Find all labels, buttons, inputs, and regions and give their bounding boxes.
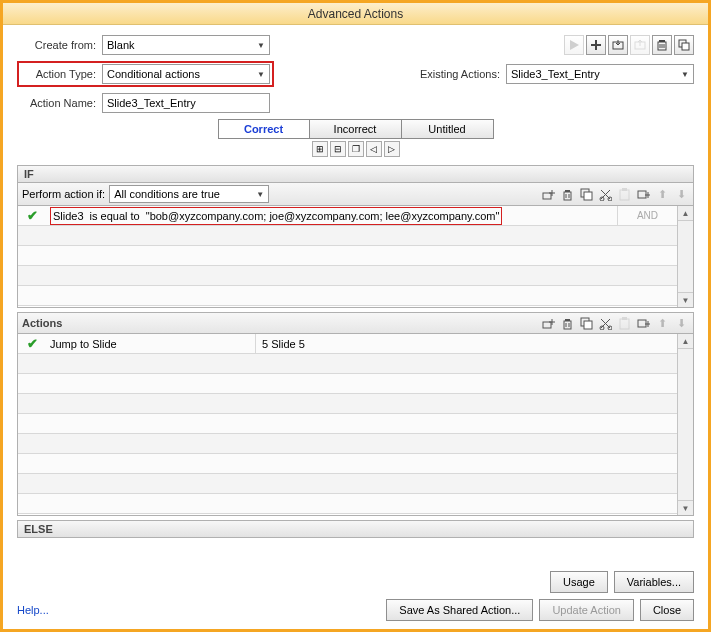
- perform-action-if-label: Perform action if:: [22, 188, 105, 200]
- window-title: Advanced Actions: [3, 3, 708, 25]
- variables-button[interactable]: Variables...: [614, 571, 694, 593]
- tab-correct[interactable]: Correct: [218, 119, 310, 139]
- next-tab-icon[interactable]: ▷: [384, 141, 400, 157]
- action-name-label: Action Name:: [17, 97, 102, 109]
- action-target-cell: 5 Slide 5: [256, 334, 677, 354]
- condition-row[interactable]: ✔ Slide3 is equal to "bob@xyzcompany.com…: [18, 206, 677, 226]
- usage-button[interactable]: Usage: [550, 571, 608, 593]
- condition-variable: Slide3: [53, 210, 84, 222]
- duplicate-tab-icon[interactable]: ❐: [348, 141, 364, 157]
- check-icon: ✔: [27, 336, 38, 351]
- perform-action-if-dropdown[interactable]: All conditions are true ▼: [109, 185, 269, 203]
- prev-tab-icon[interactable]: ◁: [366, 141, 382, 157]
- chevron-down-icon: ▼: [252, 190, 264, 199]
- create-from-dropdown[interactable]: Blank ▼: [102, 35, 270, 55]
- create-from-label: Create from:: [17, 39, 102, 51]
- svg-rect-45: [638, 320, 646, 327]
- export-icon: [630, 35, 650, 55]
- cut-row-icon[interactable]: [597, 186, 613, 202]
- import-icon[interactable]: [608, 35, 628, 55]
- check-icon: ✔: [27, 208, 38, 223]
- scroll-down-icon[interactable]: ▼: [678, 500, 693, 515]
- update-action-button: Update Action: [539, 599, 634, 621]
- table-row[interactable]: [18, 266, 677, 286]
- svg-rect-27: [638, 191, 646, 198]
- action-type-cell: Jump to Slide: [46, 334, 256, 353]
- svg-rect-15: [564, 192, 571, 200]
- delete-row-icon[interactable]: [559, 186, 575, 202]
- copy-row-icon[interactable]: [578, 315, 594, 331]
- insert-row-icon[interactable]: [635, 315, 651, 331]
- cut-row-icon[interactable]: [597, 315, 613, 331]
- existing-actions-label: Existing Actions:: [420, 68, 506, 80]
- table-row[interactable]: [18, 394, 677, 414]
- delete-row-icon[interactable]: [559, 315, 575, 331]
- svg-rect-20: [584, 192, 592, 200]
- table-row[interactable]: [18, 454, 677, 474]
- chevron-down-icon: ▼: [253, 41, 265, 50]
- insert-row-icon[interactable]: [635, 186, 651, 202]
- svg-rect-38: [584, 321, 592, 329]
- condition-value: "bob@xyzcompany.com; joe@xyzcompany.com;…: [146, 210, 500, 222]
- condition-join: AND: [617, 206, 677, 225]
- else-header: ELSE: [17, 520, 694, 538]
- action-type-dropdown[interactable]: Conditional actions ▼: [102, 64, 270, 84]
- table-row[interactable]: [18, 226, 677, 246]
- condition-operator: is equal to: [90, 210, 140, 222]
- action-type-label: Action Type:: [21, 68, 102, 80]
- svg-marker-0: [570, 40, 579, 50]
- help-link[interactable]: Help...: [17, 604, 49, 616]
- svg-rect-36: [565, 319, 570, 321]
- move-down-icon: ⬇: [673, 315, 689, 331]
- play-icon: [564, 35, 584, 55]
- svg-rect-30: [543, 322, 551, 328]
- add-tab-icon[interactable]: ⊞: [312, 141, 328, 157]
- action-row[interactable]: ✔ Jump to Slide 5 Slide 5: [18, 334, 677, 354]
- paste-row-icon: [616, 315, 632, 331]
- svg-rect-18: [565, 190, 570, 192]
- add-row-icon[interactable]: [540, 186, 556, 202]
- existing-actions-dropdown[interactable]: Slide3_Text_Entry ▼: [506, 64, 694, 84]
- svg-rect-25: [620, 190, 629, 200]
- delete-icon[interactable]: [652, 35, 672, 55]
- table-row[interactable]: [18, 286, 677, 306]
- scrollbar[interactable]: [678, 349, 693, 500]
- svg-rect-43: [620, 319, 629, 329]
- svg-rect-9: [659, 40, 665, 42]
- table-row[interactable]: [18, 246, 677, 266]
- duplicate-icon[interactable]: [674, 35, 694, 55]
- remove-tab-icon[interactable]: ⊟: [330, 141, 346, 157]
- close-button[interactable]: Close: [640, 599, 694, 621]
- table-row[interactable]: [18, 434, 677, 454]
- svg-rect-33: [564, 321, 571, 329]
- paste-row-icon: [616, 186, 632, 202]
- chevron-down-icon: ▼: [677, 70, 689, 79]
- copy-row-icon[interactable]: [578, 186, 594, 202]
- tab-incorrect[interactable]: Incorrect: [310, 119, 402, 139]
- table-row[interactable]: [18, 374, 677, 394]
- table-row[interactable]: [18, 474, 677, 494]
- actions-header: Actions: [22, 317, 62, 329]
- svg-rect-44: [622, 317, 627, 320]
- svg-rect-26: [622, 188, 627, 191]
- scroll-down-icon[interactable]: ▼: [678, 292, 693, 307]
- svg-rect-12: [543, 193, 551, 199]
- save-shared-button[interactable]: Save As Shared Action...: [386, 599, 533, 621]
- add-row-icon[interactable]: [540, 315, 556, 331]
- table-row[interactable]: [18, 494, 677, 514]
- chevron-down-icon: ▼: [253, 70, 265, 79]
- table-row[interactable]: [18, 354, 677, 374]
- tab-untitled[interactable]: Untitled: [402, 119, 494, 139]
- scrollbar[interactable]: [678, 221, 693, 292]
- svg-rect-2: [591, 44, 601, 46]
- move-down-icon: ⬇: [673, 186, 689, 202]
- action-name-input[interactable]: [102, 93, 270, 113]
- svg-rect-11: [682, 43, 689, 50]
- add-icon[interactable]: [586, 35, 606, 55]
- move-up-icon: ⬆: [654, 315, 670, 331]
- table-row[interactable]: [18, 414, 677, 434]
- scroll-up-icon[interactable]: ▲: [678, 334, 693, 349]
- move-up-icon: ⬆: [654, 186, 670, 202]
- scroll-up-icon[interactable]: ▲: [678, 206, 693, 221]
- if-header: IF: [17, 165, 694, 183]
